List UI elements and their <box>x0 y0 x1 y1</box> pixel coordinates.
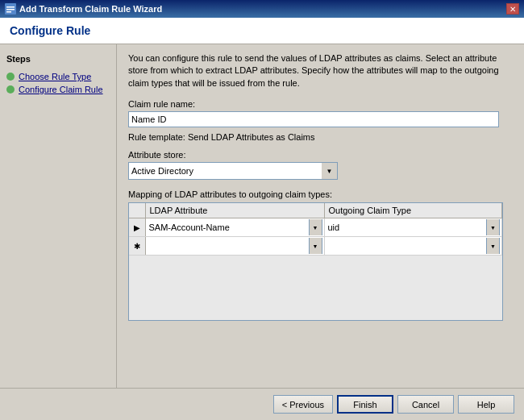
description-text: You can configure this rule to send the … <box>128 52 513 89</box>
attribute-store-select[interactable]: Active Directory <box>128 162 338 180</box>
help-button[interactable]: Help <box>458 395 514 414</box>
mapping-section: Mapping of LDAP attributes to outgoing c… <box>128 189 513 321</box>
row-ldap-cell: SAM-Account-Name <box>145 218 324 237</box>
window-title: Add Transform Claim Rule Wizard <box>19 4 162 14</box>
new-row-outgoing-cell <box>324 237 502 256</box>
page-header: Configure Rule <box>0 18 524 44</box>
spacer-row-2 <box>129 272 502 288</box>
row-outgoing-cell <box>324 218 502 237</box>
footer: < Previous Finish Cancel Help <box>0 388 524 420</box>
table-row: ▶ SAM-Account-Name <box>129 218 502 237</box>
sidebar-item-choose-rule-type[interactable]: Choose Rule Type <box>6 70 110 83</box>
title-bar-left: Add Transform Claim Rule Wizard <box>5 3 162 15</box>
title-bar: Add Transform Claim Rule Wizard ✕ <box>0 0 524 18</box>
row-indicator: ▶ <box>129 218 145 237</box>
step-dot-1 <box>6 73 15 81</box>
new-ldap-attribute-select[interactable] <box>148 238 322 254</box>
spacer-row-4 <box>129 304 502 320</box>
steps-title: Steps <box>6 54 110 64</box>
new-outgoing-claim-select[interactable] <box>326 238 501 254</box>
step-label-2: Configure Claim Rule <box>19 85 103 94</box>
new-row-indicator: ✱ <box>129 237 145 256</box>
main-content: You can configure this rule to send the … <box>117 44 524 388</box>
claim-rule-name-label: Claim rule name: <box>128 99 513 109</box>
finish-button[interactable]: Finish <box>337 395 393 414</box>
col-outgoing-header: Outgoing Claim Type <box>324 203 502 218</box>
mapping-label: Mapping of LDAP attributes to outgoing c… <box>128 189 513 199</box>
ldap-attribute-select[interactable]: SAM-Account-Name <box>148 219 322 235</box>
col-indicator-header <box>129 203 145 218</box>
cancel-button[interactable]: Cancel <box>397 395 454 414</box>
outgoing-select-wrapper <box>326 219 501 235</box>
sidebar: Steps Choose Rule Type Configure Claim R… <box>0 44 117 388</box>
step-label-1: Choose Rule Type <box>19 72 91 81</box>
spacer-row-1 <box>129 256 502 272</box>
new-row-ldap-cell <box>145 237 324 256</box>
table-new-row: ✱ <box>129 237 502 256</box>
step-dot-2 <box>6 85 15 94</box>
new-ldap-select-wrapper <box>148 238 322 254</box>
close-button[interactable]: ✕ <box>506 3 519 15</box>
mapping-table: LDAP Attribute Outgoing Claim Type ▶ <box>129 203 502 320</box>
rule-template-text: Rule template: Send LDAP Attributes as C… <box>128 132 513 142</box>
main-container: Configure Rule Steps Choose Rule Type Co… <box>0 18 524 420</box>
svg-rect-1 <box>6 6 15 8</box>
outgoing-claim-input[interactable] <box>326 219 501 235</box>
claim-rule-name-input[interactable] <box>128 111 499 127</box>
new-outgoing-select-wrapper <box>326 238 501 254</box>
sidebar-item-configure-claim-rule[interactable]: Configure Claim Rule <box>6 83 110 96</box>
attribute-store-label: Attribute store: <box>128 150 513 160</box>
ldap-select-wrapper: SAM-Account-Name <box>148 219 322 235</box>
wizard-icon <box>5 3 16 15</box>
mapping-table-container: LDAP Attribute Outgoing Claim Type ▶ <box>128 202 503 321</box>
page-title: Configure Rule <box>10 24 514 37</box>
attribute-store-wrapper: Active Directory <box>128 162 338 180</box>
content-area: Steps Choose Rule Type Configure Claim R… <box>0 44 524 388</box>
previous-button[interactable]: < Previous <box>273 395 333 414</box>
col-ldap-header: LDAP Attribute <box>145 203 324 218</box>
spacer-row-3 <box>129 288 502 304</box>
svg-rect-2 <box>6 9 15 10</box>
svg-rect-3 <box>6 11 11 13</box>
